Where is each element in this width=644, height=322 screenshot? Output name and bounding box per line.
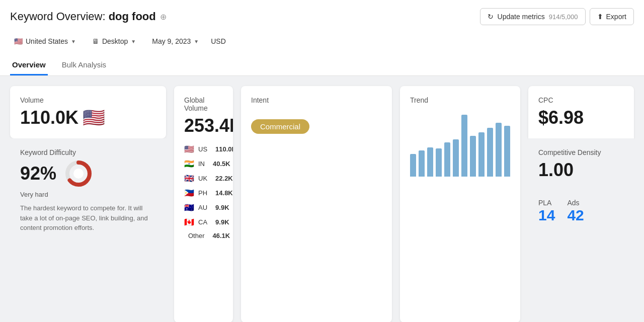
- intent-trend-row: Intent Commercial Trend: [241, 86, 520, 322]
- svg-point-2: [73, 169, 84, 179]
- currency-label: USD: [211, 37, 226, 45]
- chevron-down-icon: ▼: [71, 39, 76, 44]
- country-row-ph: 🇵🇭 PH 14.8K: [184, 188, 223, 198]
- country-row-uk: 🇬🇧 UK 22.2K: [184, 174, 223, 183]
- country-code-ph: PH: [198, 189, 207, 197]
- intent-card: Intent Commercial: [241, 86, 392, 322]
- difficulty-row: 92%: [20, 159, 156, 188]
- country-filter[interactable]: 🇺🇸 United States ▼: [10, 35, 80, 47]
- device-filter[interactable]: 🖥 Desktop ▼: [88, 35, 140, 47]
- country-code-us: US: [198, 145, 207, 153]
- country-row-au: 🇦🇺 AU 9.9K: [184, 203, 223, 212]
- global-volume-label: Global Volume: [184, 96, 223, 112]
- us-flag-icon: 🇺🇸: [14, 37, 23, 45]
- pla-item: PLA 14: [538, 199, 555, 224]
- trend-bar-3: [427, 147, 433, 177]
- trend-card: Trend: [400, 86, 520, 322]
- competitive-density-value: 1.00: [538, 159, 624, 181]
- title-row: Keyword Overview: dog food ⊕ ↻ Update me…: [10, 8, 634, 25]
- country-row-us: 🇺🇸 US 110.0K: [184, 144, 223, 154]
- header-actions: ↻ Update metrics 914/5,000 ⬆ Export: [480, 8, 634, 25]
- trend-bar-5: [444, 142, 450, 177]
- competitive-density-section: Competitive Density 1.00: [528, 138, 634, 191]
- tabs-row: Overview Bulk Analysis: [10, 55, 634, 75]
- main-content: Volume 110.0K 🇺🇸 Keyword Difficulty 92% …: [0, 76, 644, 322]
- center-right-section: Intent Commercial Trend: [241, 86, 520, 322]
- difficulty-value: 92%: [20, 163, 56, 184]
- trend-bar-2: [419, 150, 425, 177]
- au-flag-icon: 🇦🇺: [184, 203, 194, 212]
- tab-bulk-analysis[interactable]: Bulk Analysis: [60, 55, 108, 75]
- country-code-uk: UK: [198, 175, 207, 182]
- global-volume-card: Global Volume 253.4K 🇺🇸 US 110.0K 🇮🇳 IN …: [174, 86, 233, 322]
- difficulty-label: Keyword Difficulty: [20, 148, 156, 156]
- country-code-in: IN: [198, 160, 205, 168]
- other-label: Other: [188, 232, 205, 239]
- intent-badge: Commercial: [251, 119, 309, 134]
- far-right-column: CPC $6.98 Competitive Density 1.00 PLA 1…: [528, 86, 634, 322]
- uk-flag-icon: 🇬🇧: [184, 174, 194, 183]
- value-au: 9.9K: [215, 204, 229, 211]
- country-row-other: Other 46.1K: [184, 232, 223, 239]
- cpc-label: CPC: [538, 96, 624, 104]
- chevron-down-icon-2: ▼: [131, 39, 136, 44]
- header: Keyword Overview: dog food ⊕ ↻ Update me…: [0, 0, 644, 76]
- volume-number: 110.0K: [20, 107, 78, 128]
- trend-bar-1: [410, 154, 416, 177]
- trend-bar-11: [496, 123, 502, 177]
- update-metrics-button[interactable]: ↻ Update metrics 914/5,000: [480, 8, 586, 25]
- chevron-down-icon-3: ▼: [194, 39, 199, 44]
- ca-flag-icon: 🇨🇦: [184, 217, 194, 227]
- difficulty-description: The hardest keyword to compete for. It w…: [20, 203, 156, 233]
- in-flag-icon: 🇮🇳: [184, 159, 194, 169]
- ads-item: Ads 42: [567, 199, 584, 224]
- difficulty-badge: Very hard: [20, 191, 156, 198]
- country-code-au: AU: [198, 204, 207, 211]
- volume-value-row: 110.0K 🇺🇸: [20, 107, 156, 128]
- pla-label: PLA: [538, 199, 555, 207]
- us-flag-icon: 🇺🇸: [184, 144, 194, 154]
- country-label: United States: [26, 37, 68, 45]
- title-prefix: Keyword Overview:: [10, 10, 106, 23]
- country-row-in: 🇮🇳 IN 40.5K: [184, 159, 223, 169]
- keyword-difficulty-section: Keyword Difficulty 92% Very hard The har…: [10, 138, 166, 322]
- value-us: 110.0K: [215, 145, 233, 153]
- update-btn-label: Update metrics: [498, 13, 545, 21]
- ph-flag-icon: 🇵🇭: [184, 188, 194, 198]
- pla-value: 14: [538, 207, 555, 224]
- cpc-card: CPC $6.98: [528, 86, 634, 138]
- export-button[interactable]: ⬆ Export: [590, 8, 634, 25]
- left-column: Volume 110.0K 🇺🇸 Keyword Difficulty 92% …: [10, 86, 166, 322]
- country-bars-list: 🇺🇸 US 110.0K 🇮🇳 IN 40.5K 🇬🇧 UK: [184, 144, 223, 239]
- global-volume-value: 253.4K: [184, 115, 223, 136]
- update-counter: 914/5,000: [549, 13, 578, 21]
- ads-value: 42: [567, 207, 584, 224]
- trend-bar-7: [461, 115, 467, 177]
- volume-label: Volume: [20, 96, 156, 104]
- trend-bar-8: [470, 136, 476, 177]
- ads-label: Ads: [567, 199, 584, 207]
- device-label: Desktop: [102, 37, 128, 45]
- trend-label: Trend: [410, 96, 510, 104]
- trend-bar-10: [487, 128, 493, 177]
- title-left: Keyword Overview: dog food ⊕: [10, 10, 167, 23]
- value-uk: 22.2K: [215, 175, 233, 182]
- value-ph: 14.8K: [215, 189, 233, 197]
- export-icon: ⬆: [597, 13, 603, 21]
- volume-card: Volume 110.0K 🇺🇸: [10, 86, 166, 138]
- page-title: Keyword Overview: dog food: [10, 10, 156, 23]
- country-row-ca: 🇨🇦 CA 9.9K: [184, 217, 223, 227]
- value-other: 46.1K: [213, 232, 230, 239]
- keyword-text: dog food: [109, 10, 156, 23]
- date-filter[interactable]: May 9, 2023 ▼: [148, 35, 203, 47]
- desktop-icon: 🖥: [92, 37, 99, 45]
- trend-bar-12: [504, 126, 510, 177]
- export-label: Export: [606, 13, 626, 21]
- add-keyword-icon[interactable]: ⊕: [160, 12, 167, 22]
- pla-ads-section: PLA 14 Ads 42: [528, 191, 634, 232]
- trend-bar-4: [436, 148, 442, 177]
- competitive-density-label: Competitive Density: [538, 148, 624, 156]
- tab-overview[interactable]: Overview: [10, 55, 48, 75]
- refresh-icon: ↻: [488, 13, 494, 21]
- value-ca: 9.9K: [215, 218, 229, 226]
